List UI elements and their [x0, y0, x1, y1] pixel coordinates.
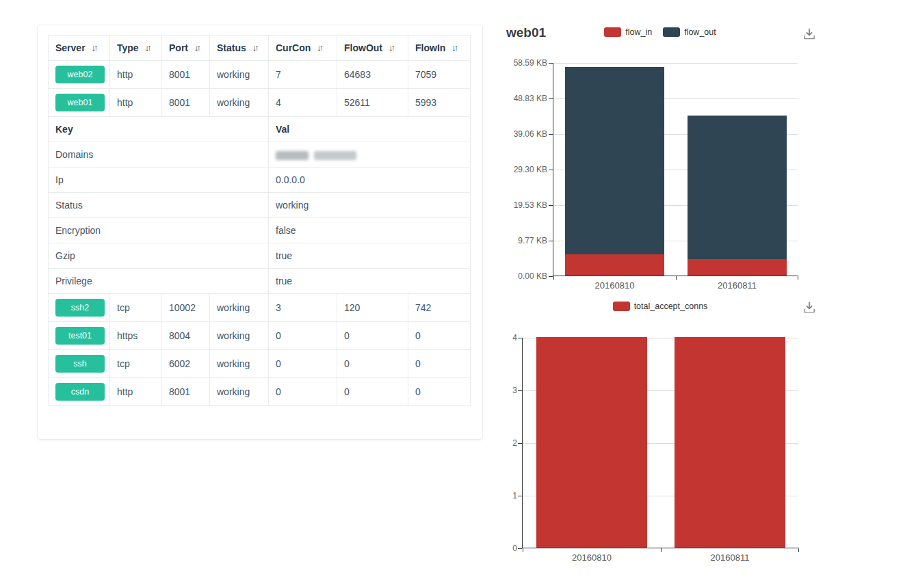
sort-icon: ↓↑: [194, 42, 199, 53]
cell-flowin: 0: [408, 350, 471, 378]
kv-row: Privilege true: [49, 269, 471, 294]
y-axis-label: 3: [512, 386, 517, 395]
cell-flowin: 0: [408, 378, 471, 406]
col-header-status[interactable]: Status↓↑: [210, 36, 269, 61]
x-axis-tick: [676, 276, 677, 280]
cell-status: working: [210, 61, 269, 89]
y-axis-tick: [518, 390, 522, 391]
cell-curcon: 0: [269, 350, 337, 378]
server-badge[interactable]: web01: [55, 94, 105, 111]
y-axis-tick: [549, 98, 553, 99]
cell-status: working: [210, 378, 269, 406]
y-axis-tick: [549, 241, 553, 241]
cell-flowin: 0: [408, 322, 471, 350]
y-axis-tick: [518, 443, 522, 444]
sort-icon: ↓↑: [145, 42, 150, 53]
kv-key: Gzip: [49, 243, 269, 269]
x-axis-tick: [798, 548, 799, 552]
cell-curcon: 0: [269, 322, 337, 350]
server-badge[interactable]: web02: [55, 66, 105, 83]
y-axis-tick: [549, 205, 553, 206]
legend-item-flow_in[interactable]: flow_in: [604, 27, 652, 37]
table-row: web01 http 8001 working 4 52611 5993: [49, 89, 471, 117]
column-label: Type: [117, 42, 139, 53]
cell-server: test01: [49, 322, 110, 350]
kv-row: Encryption false: [49, 218, 471, 243]
cell-flowout: 0: [337, 378, 408, 406]
download-icon[interactable]: [802, 300, 817, 315]
server-badge[interactable]: ssh: [55, 355, 105, 373]
legend-marker: [613, 302, 630, 311]
cell-type: http: [110, 61, 162, 89]
download-icon[interactable]: [802, 27, 817, 42]
x-axis-tick: [798, 276, 798, 280]
table-header-row: Server↓↑ Type↓↑ Port↓↑ Status↓↑ CurCon↓↑…: [49, 36, 471, 61]
server-badge[interactable]: csdn: [55, 383, 105, 401]
bar-total_accept_conns-20160810: [536, 337, 647, 548]
cell-curcon: 3: [269, 294, 337, 322]
bar-flow_out-20160810: [565, 67, 664, 254]
cell-port: 8004: [162, 322, 210, 350]
col-header-flowout[interactable]: FlowOut↓↑: [337, 36, 408, 61]
cell-curcon: 0: [269, 378, 337, 406]
cell-type: https: [110, 322, 162, 350]
col-header-port[interactable]: Port↓↑: [162, 36, 210, 61]
col-header-flowin[interactable]: FlowIn↓↑: [408, 36, 471, 61]
kv-val: false: [269, 218, 471, 243]
gridline: [553, 63, 798, 64]
sort-icon: ↓↑: [317, 42, 322, 53]
cell-port: 8001: [162, 61, 210, 89]
cell-flowout: 0: [337, 322, 408, 350]
y-axis-label: 2: [512, 438, 517, 448]
cell-curcon: 7: [269, 61, 337, 89]
cell-server: web02: [49, 61, 110, 89]
column-label: Status: [217, 42, 246, 53]
cell-status: working: [210, 294, 269, 322]
kv-key: Ip: [49, 168, 269, 193]
kv-key-header: Key: [49, 117, 269, 142]
kv-row: Ip 0.0.0.0: [49, 168, 471, 193]
legend-marker: [604, 27, 621, 37]
kv-val-redacted: [269, 142, 471, 168]
column-label: Port: [169, 42, 188, 53]
bar-flow_out-20160811: [688, 116, 787, 259]
server-badge[interactable]: ssh2: [55, 299, 105, 317]
cell-status: working: [210, 322, 269, 350]
col-header-server[interactable]: Server↓↑: [49, 36, 110, 61]
table-row: web02 http 8001 working 7 64683 7059: [49, 61, 471, 89]
legend-item-total_accept_conns[interactable]: total_accept_conns: [613, 302, 708, 311]
y-axis-tick: [549, 276, 553, 277]
sort-icon: ↓↑: [252, 42, 257, 53]
chart-legend: total_accept_conns: [522, 301, 798, 312]
table-row: csdn http 8001 working 0 0 0: [49, 378, 471, 406]
legend-label: flow_out: [684, 27, 716, 37]
y-axis-label: 0: [512, 544, 517, 553]
server-table: Server↓↑ Type↓↑ Port↓↑ Status↓↑ CurCon↓↑…: [48, 35, 471, 406]
kv-val: true: [269, 243, 471, 269]
kv-val: working: [269, 193, 471, 218]
server-badge[interactable]: test01: [55, 327, 105, 345]
legend-item-flow_out[interactable]: flow_out: [663, 27, 716, 37]
kv-val-header: Val: [269, 117, 471, 142]
cell-status: working: [210, 89, 269, 117]
kv-row: Gzip true: [49, 243, 471, 269]
kv-key: Encryption: [49, 218, 269, 243]
col-header-type[interactable]: Type↓↑: [110, 36, 162, 61]
y-axis-label: 4: [512, 333, 517, 343]
column-label: CurCon: [276, 42, 311, 53]
sort-icon: ↓↑: [389, 42, 393, 53]
cell-port: 6002: [162, 350, 210, 378]
plot-area: 2016081020160811: [522, 338, 798, 548]
column-label: Server: [55, 42, 86, 53]
cell-server: csdn: [49, 378, 110, 406]
x-axis-label: 20160810: [523, 552, 661, 563]
redacted-text-blob: [314, 151, 356, 160]
y-axis-tick: [549, 134, 553, 135]
x-axis-label: 20160811: [676, 280, 798, 291]
cell-flowin: 5993: [408, 89, 471, 117]
sort-icon: ↓↑: [92, 42, 96, 53]
y-axis-label: 1: [512, 491, 517, 500]
dashboard-page: Server↓↑ Type↓↑ Port↓↑ Status↓↑ CurCon↓↑…: [0, 0, 916, 588]
cell-server: ssh: [49, 350, 110, 378]
col-header-curcon[interactable]: CurCon↓↑: [269, 36, 337, 61]
